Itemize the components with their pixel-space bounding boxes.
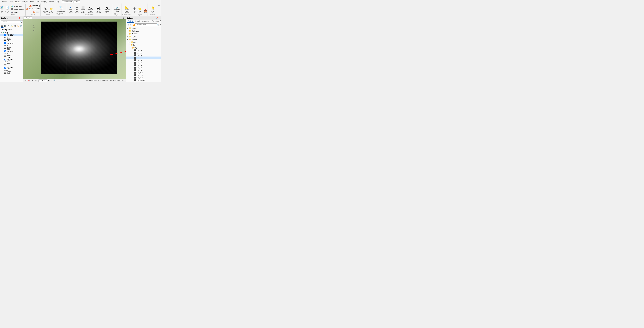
menu-share[interactable]: Share: [48, 1, 55, 3]
distance-direction-button[interactable]: 📐 Distance andDirection: [123, 5, 130, 14]
maps-expand-icon[interactable]: ▶: [127, 28, 128, 29]
zoom-to-layer-icon[interactable]: ⊞: [24, 79, 27, 82]
databases-expand-icon[interactable]: ▶: [127, 33, 128, 35]
map-collapse-button[interactable]: ▲: [122, 17, 125, 19]
layer-fuji11[interactable]: ▼ fuji_11.tif: [0, 42, 23, 44]
import-layout-button[interactable]: 📥 Import Layout ▼: [26, 8, 41, 10]
catalog-land-condition[interactable]: ⬛ land_condition.shp: [126, 81, 161, 82]
ribbon-collapse-button[interactable]: ▲: [158, 4, 160, 7]
menu-analysis[interactable]: Analysis: [21, 1, 29, 3]
list-by-labeling-icon[interactable]: 🔲: [13, 25, 16, 28]
catalog-fuji-trails[interactable]: ⬛ fuji_trails.tif: [126, 79, 161, 81]
catalog-fuji4[interactable]: ⬛ fuji_4.tif: [126, 57, 161, 59]
menu-imagery[interactable]: Imagery: [40, 1, 48, 3]
catalog-pin-icon[interactable]: 📌: [156, 17, 158, 19]
catalog-search-icon[interactable]: 🔍: [157, 24, 159, 26]
menu-view[interactable]: View: [29, 1, 35, 3]
catalog-tab-portal[interactable]: Portal: [134, 20, 141, 23]
menu-edit[interactable]: Edit: [35, 1, 40, 3]
fuji9-checkbox[interactable]: [4, 59, 6, 61]
list-by-selection-icon[interactable]: ⬡: [7, 25, 10, 28]
catalog-tab-computer[interactable]: Computer: [141, 20, 150, 23]
catalog-fuji7[interactable]: ⬛ fuji_7.tif: [126, 64, 161, 67]
map-tab-close[interactable]: ✕: [29, 17, 30, 19]
zoom-out-icon[interactable]: ⊖: [34, 79, 37, 82]
list-by-editing-icon[interactable]: ✏️: [10, 25, 13, 28]
scale-display[interactable]: 1:346,858: [38, 79, 47, 82]
zoom-in-icon[interactable]: ⊕: [31, 79, 34, 82]
new-investigation-button[interactable]: 🔍 NewInvestigation: [57, 5, 65, 12]
map-expand-arrow[interactable]: ▼: [0, 32, 2, 33]
data-tab[interactable]: Data: [74, 1, 80, 3]
fuji12-expand[interactable]: ▼: [2, 34, 4, 36]
folders-expand-icon[interactable]: ▼: [127, 39, 128, 40]
catalog-search-input[interactable]: [135, 24, 157, 26]
menu-insert[interactable]: Insert: [14, 0, 21, 3]
add-item-button[interactable]: ⭐ AddItem ▼: [150, 6, 156, 14]
add-folder-button[interactable]: 📁 AddFolder: [48, 7, 54, 14]
contents-close-icon[interactable]: ✕: [21, 17, 22, 19]
refresh-icon[interactable]: 🔄: [20, 25, 23, 28]
toolbox-button[interactable]: 🧰 Toolbox ▼: [10, 11, 26, 14]
fuji8-expand[interactable]: ▼: [2, 67, 4, 69]
fuji-subfolder-expand-icon[interactable]: ▼: [130, 47, 132, 49]
layer-fuji10[interactable]: ▼ fuji_10.tif: [0, 50, 23, 53]
import-map-button[interactable]: 📥 Import Map: [29, 5, 41, 7]
connections-button[interactable]: 🔌 Connections: [42, 7, 48, 14]
text-map-notes-250k-button[interactable]: Aa Text MapNotes 1:250,...: [103, 7, 111, 14]
list-by-drawing-order-icon[interactable]: ☰: [0, 25, 4, 28]
fuji11-checkbox[interactable]: [4, 42, 6, 44]
fuji8-checkbox[interactable]: [4, 67, 6, 69]
filter-icon[interactable]: 🏷️: [16, 25, 20, 28]
pause-icon[interactable]: ⏸: [51, 80, 52, 81]
catalog-close-icon[interactable]: ✕: [159, 17, 160, 19]
catalog-fuji-folder[interactable]: ▼ 📂 fuji: [126, 44, 161, 46]
polygon-map-notes-button[interactable]: ⬜ PolygonMap Notes: [80, 5, 86, 14]
new-style-button[interactable]: ⭐ New ▼: [137, 7, 142, 14]
menu-help[interactable]: Help: [55, 1, 60, 3]
new-link-chart-button[interactable]: 🔗 New LinkChart: [114, 5, 120, 12]
toolboxes-expand-icon[interactable]: ▶: [127, 30, 128, 32]
line-map-notes-button[interactable]: 〰️ Line MapNotes: [74, 5, 80, 14]
catalog-tab-favorites[interactable]: Favorites: [151, 20, 160, 23]
point-map-notes-button[interactable]: ● Point MapNotes: [68, 5, 74, 14]
catalog-styles[interactable]: ▶ 📁 Styles: [126, 35, 161, 38]
import-task-button[interactable]: 📥 Task ▼: [32, 11, 41, 13]
menu-map[interactable]: Map: [8, 1, 14, 3]
fuji-folder-expand-icon[interactable]: ▼: [129, 44, 130, 46]
new-map-button[interactable]: 🗺️ NewMap ▼: [0, 6, 4, 14]
fuji12-checkbox[interactable]: [4, 34, 6, 36]
text-map-notes-1k-button[interactable]: Aa Text MapNotes 1:1,000: [86, 7, 94, 14]
catalog-fuji10[interactable]: ⬛ fuji_10.tif: [126, 72, 161, 74]
fuji11-expand[interactable]: ▼: [2, 43, 4, 44]
go-to-xy-icon[interactable]: 🎯: [28, 79, 30, 82]
layer-fuji8[interactable]: ▼ fuji_8.tif: [0, 67, 23, 69]
text-map-notes-25k-button[interactable]: Aa Text MapNotes 1:25,000: [94, 7, 102, 14]
list-by-data-source-icon[interactable]: 🗄️: [4, 25, 7, 28]
catalog-databases[interactable]: ▶ 📁 Databases: [126, 32, 161, 35]
fuji9-expand[interactable]: ▼: [2, 59, 4, 60]
contents-search-input[interactable]: [1, 21, 20, 23]
catalog-fuji12[interactable]: ⬛ fuji_12.tif: [126, 77, 161, 79]
catalog-folders[interactable]: ▼ 📂 Folders: [126, 38, 161, 41]
catalog-5kai[interactable]: ▶ 📁 5kai: [126, 41, 161, 44]
catalog-menu-icon[interactable]: ☰: [160, 20, 161, 23]
menu-project[interactable]: Project: [1, 1, 8, 3]
raster-layer-tab[interactable]: Raster Layer: [62, 1, 74, 3]
catalog-fuji-subfolder[interactable]: ▼ 📂 fuji: [126, 46, 161, 49]
catalog-fuji9[interactable]: ⬛ fuji_9.tif: [126, 69, 161, 72]
catalog-maps[interactable]: ▶ 📁 Maps: [126, 27, 161, 30]
new-report-button[interactable]: 📊 New Report ▼: [10, 5, 26, 8]
map-view[interactable]: 富士山: [24, 19, 126, 79]
catalog-fuji6[interactable]: ⬛ fuji_6.tif: [126, 62, 161, 64]
refresh-map-icon[interactable]: 🔄: [54, 80, 56, 81]
catalog-filter-icon[interactable]: 🔽: [132, 24, 135, 26]
fuji10-checkbox[interactable]: [4, 50, 6, 52]
catalog-forward-icon[interactable]: ▶: [130, 24, 132, 26]
layer-fuji12[interactable]: ▼ fuji_12.tif: [0, 34, 23, 36]
catalog-fuji11[interactable]: ⬛ fuji_11.tif: [126, 74, 161, 77]
contents-pin-icon[interactable]: 📌: [18, 17, 20, 19]
layer-map-group[interactable]: ▼ 🗺️ Map: [0, 31, 23, 34]
styles-expand-icon[interactable]: ▶: [127, 36, 128, 37]
map-nav-icon[interactable]: ▶: [48, 80, 50, 81]
